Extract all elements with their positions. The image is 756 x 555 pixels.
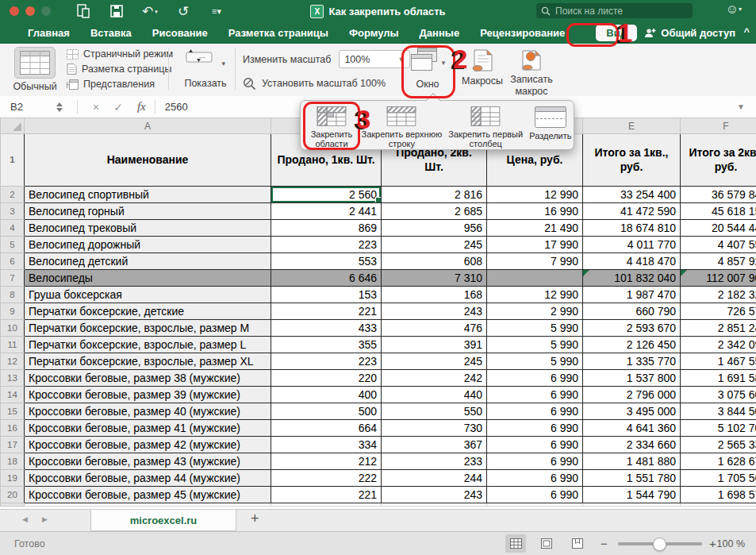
- status-page-layout-button[interactable]: [536, 534, 557, 553]
- row-header-2[interactable]: 2: [1, 187, 25, 203]
- cell-F21[interactable]: [583, 503, 681, 507]
- window-button[interactable]: ▾ Окно: [406, 48, 449, 90]
- cell-E1[interactable]: Итого за 1кв., руб.: [583, 134, 681, 187]
- row-header-20[interactable]: 20: [1, 487, 25, 503]
- cell-B21[interactable]: [25, 503, 271, 507]
- cell-C19[interactable]: 244: [382, 470, 487, 487]
- cell-E10[interactable]: 2 593 670: [583, 320, 681, 337]
- cell-E7[interactable]: 101 832 040: [583, 270, 681, 287]
- row-header-11[interactable]: 11: [1, 337, 25, 353]
- cell-undefined21[interactable]: [681, 503, 756, 507]
- cell-E16[interactable]: 4 641 360: [583, 420, 681, 437]
- sheet-tab-active[interactable]: microexcel.ru: [90, 510, 236, 531]
- cell-C14[interactable]: 440: [382, 387, 487, 403]
- tab-vstavka[interactable]: Вставка: [80, 24, 142, 42]
- cell-A7[interactable]: Велосипеды: [25, 270, 271, 287]
- record-macro-button[interactable]: Записать макрос: [506, 48, 557, 97]
- cell-A11[interactable]: Перчатки боксерские, взрослые, размер L: [25, 337, 271, 353]
- row-header-21[interactable]: [1, 503, 25, 507]
- zoom-out-button[interactable]: −: [601, 537, 608, 550]
- tab-glavnaya[interactable]: Главная: [17, 24, 80, 42]
- share-button[interactable]: Общий доступ: [644, 22, 735, 44]
- status-normal-view-button[interactable]: [505, 534, 526, 553]
- cell-B5[interactable]: 223: [271, 237, 382, 253]
- tab-dannye[interactable]: Данные: [409, 24, 470, 42]
- column-header-A[interactable]: A: [25, 118, 271, 134]
- row-header-12[interactable]: 12: [1, 353, 25, 370]
- sheet-nav-arrows[interactable]: ◀▶: [22, 515, 62, 523]
- row-header-15[interactable]: 15: [1, 403, 25, 420]
- cell-A18[interactable]: Кроссовки беговые, размер 43 (мужские): [25, 453, 271, 470]
- status-page-break-button[interactable]: [567, 534, 588, 553]
- tab-vid[interactable]: Вид: [596, 25, 637, 41]
- cell-F8[interactable]: 2 182 320: [681, 287, 756, 303]
- row-header-3[interactable]: 3: [1, 203, 25, 220]
- cell-A13[interactable]: Кроссовки беговые, размер 38 (мужские): [25, 370, 271, 387]
- cell-F15[interactable]: 3 844 500: [681, 403, 756, 420]
- cell-E13[interactable]: 1 537 800: [583, 370, 681, 387]
- row-header-18[interactable]: 18: [1, 453, 25, 470]
- cell-A4[interactable]: Велосипед трековый: [25, 220, 271, 237]
- cell-C5[interactable]: 245: [382, 237, 487, 253]
- macros-button[interactable]: Макросы: [460, 48, 505, 87]
- cell-F9[interactable]: 726 570: [681, 303, 756, 320]
- cell-C7[interactable]: 7 310: [382, 270, 487, 287]
- cell-C4[interactable]: 956: [382, 220, 487, 237]
- cell-B15[interactable]: 500: [271, 403, 382, 420]
- split-menu-item[interactable]: Разделить: [528, 101, 574, 149]
- search-input[interactable]: [554, 5, 660, 17]
- cell-A20[interactable]: Кроссовки беговые, размер 45 (мужские): [25, 487, 271, 503]
- cell-D16[interactable]: 6 990: [487, 420, 583, 437]
- cell-C16[interactable]: 730: [382, 420, 487, 437]
- cell-A19[interactable]: Кроссовки беговые, размер 44 (мужские): [25, 470, 271, 487]
- row-header-16[interactable]: 16: [1, 420, 25, 437]
- cell-D9[interactable]: 2 990: [487, 303, 583, 320]
- cell-E2[interactable]: 33 254 400: [583, 187, 681, 203]
- zoom-in-button[interactable]: +: [709, 537, 716, 550]
- cell-D17[interactable]: 6 990: [487, 437, 583, 453]
- cell-C18[interactable]: 233: [382, 453, 487, 470]
- cell-D7[interactable]: [487, 270, 583, 287]
- cell-A14[interactable]: Кроссовки беговые, размер 39 (мужские): [25, 387, 271, 403]
- cell-D20[interactable]: 6 990: [487, 487, 583, 503]
- cell-B18[interactable]: 212: [271, 453, 382, 470]
- cell-D12[interactable]: 5 990: [487, 353, 583, 370]
- cell-F11[interactable]: 2 342 090: [681, 337, 756, 353]
- cell-D3[interactable]: 16 990: [487, 203, 583, 220]
- cell-D10[interactable]: 5 990: [487, 320, 583, 337]
- cell-F13[interactable]: 1 691 580: [681, 370, 756, 387]
- cell-D21[interactable]: [382, 503, 487, 507]
- cell-F17[interactable]: 2 565 330: [681, 437, 756, 453]
- tab-risovanie[interactable]: Рисование: [142, 24, 218, 42]
- cell-D2[interactable]: 12 990: [487, 187, 583, 203]
- cell-B20[interactable]: 221: [271, 487, 382, 503]
- show-button[interactable]: ▾ Показать: [178, 48, 233, 89]
- cell-D15[interactable]: 6 990: [487, 403, 583, 420]
- cell-A2[interactable]: Велосипед спортивный: [25, 187, 271, 203]
- cell-C10[interactable]: 476: [382, 320, 487, 337]
- row-header-17[interactable]: 17: [1, 437, 25, 453]
- cell-A5[interactable]: Велосипед дорожный: [25, 237, 271, 253]
- confirm-icon[interactable]: ✓: [113, 101, 123, 114]
- cell-F14[interactable]: 3 075 600: [681, 387, 756, 403]
- freeze-top-row-menu-item[interactable]: Закрепить верхнюю строку: [359, 101, 444, 149]
- cell-E15[interactable]: 3 495 000: [583, 403, 681, 420]
- cell-E21[interactable]: [487, 503, 583, 507]
- freeze-first-column-menu-item[interactable]: Закрепить первый столбец: [444, 101, 528, 149]
- cell-E3[interactable]: 41 472 590: [583, 203, 681, 220]
- page-layout-view-button[interactable]: Разметка страницы: [67, 64, 173, 75]
- cell-F20[interactable]: 1 698 570: [681, 487, 756, 503]
- cell-E8[interactable]: 1 987 470: [583, 287, 681, 303]
- cell-D14[interactable]: 6 990: [487, 387, 583, 403]
- tab-recenzirovanie[interactable]: Рецензирование: [470, 24, 575, 42]
- zoom-slider-thumb[interactable]: [653, 538, 666, 551]
- cell-D13[interactable]: 6 990: [487, 370, 583, 387]
- cell-E4[interactable]: 18 674 810: [583, 220, 681, 237]
- row-header-13[interactable]: 13: [1, 370, 25, 387]
- cell-D8[interactable]: 12 990: [487, 287, 583, 303]
- row-header-1[interactable]: 1: [1, 134, 25, 187]
- cell-E20[interactable]: 1 544 790: [583, 487, 681, 503]
- add-sheet-button[interactable]: +: [251, 511, 259, 527]
- cell-C3[interactable]: 2 685: [382, 203, 487, 220]
- cell-A10[interactable]: Перчатки боксерские, взрослые, размер M: [25, 320, 271, 337]
